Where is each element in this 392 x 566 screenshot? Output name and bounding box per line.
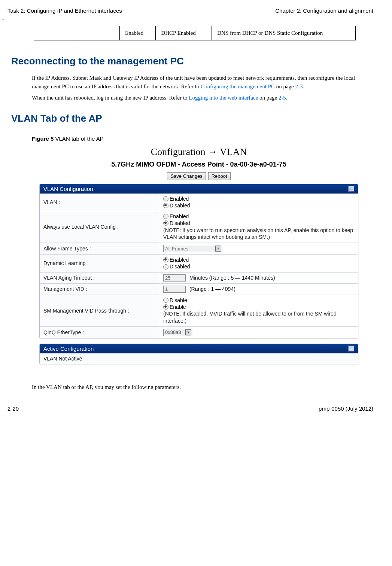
dropdown-qinq-ethertype[interactable]: 0x88a8▼ bbox=[163, 329, 193, 336]
paragraph: If the IP Address, Subnet Mask and Gatew… bbox=[32, 74, 366, 91]
radio-icon bbox=[163, 257, 168, 262]
radio-label: Enabled bbox=[170, 195, 189, 202]
table-cell-dns: DNS from DHCP or DNS Static Configuratio… bbox=[212, 26, 356, 40]
radio-label: Disable bbox=[170, 297, 187, 304]
chevron-down-icon: ▼ bbox=[215, 246, 221, 252]
panel-header: VLAN Configuration — bbox=[40, 184, 358, 194]
section-heading-reconnect: Reconnecting to the management PC bbox=[11, 55, 366, 67]
row-management-vid: Management VID : 1 (Range : 1 — 4094) bbox=[40, 283, 358, 295]
vlan-config-panel: VLAN Configuration — VLAN : Enabled Disa… bbox=[39, 184, 358, 338]
header-right: Chapter 2: Configuration and alignment bbox=[275, 7, 373, 14]
value-dynamic-learning: Enabled Disabled bbox=[159, 255, 358, 272]
closing-paragraph: In the VLAN tab of the AP, you may set t… bbox=[32, 383, 366, 392]
dropdown-allow-frame-types[interactable]: All Frames▼ bbox=[163, 245, 223, 252]
radio-smvid-enable[interactable]: Enable bbox=[163, 304, 354, 310]
radio-smvid-disable[interactable]: Disable bbox=[163, 297, 354, 304]
radio-dyn-enabled[interactable]: Enabled bbox=[163, 256, 354, 263]
panel-title: Active Configuration bbox=[43, 346, 94, 352]
label-allow-frame-types: Allow Frame Types : bbox=[40, 243, 159, 255]
label-sm-mvid-passthrough: SM Management VID Pass-through : bbox=[40, 295, 159, 326]
input-management-vid[interactable]: 1 bbox=[163, 286, 186, 293]
section-heading-vlan: VLAN Tab of the AP bbox=[11, 113, 366, 124]
link-page-2-5[interactable]: 2-5 bbox=[279, 95, 286, 101]
text-run: When the unit has rebooted, log in using… bbox=[32, 95, 189, 101]
radio-vlan-disabled[interactable]: Disabled bbox=[163, 202, 354, 209]
paragraph: When the unit has rebooted, log in using… bbox=[32, 94, 366, 102]
radio-label: Enabled bbox=[170, 256, 189, 263]
row-always-local-cfg: Always use Local VLAN Config : Enabled D… bbox=[40, 211, 358, 243]
row-dynamic-learning: Dynamic Learning : Enabled Disabled bbox=[40, 255, 358, 272]
radio-label: Enable bbox=[170, 304, 186, 310]
row-vlan: VLAN : Enabled Disabled bbox=[40, 194, 358, 211]
collapse-icon[interactable]: — bbox=[348, 186, 354, 192]
link-login-web[interactable]: Logging into the web interface bbox=[189, 95, 258, 101]
radio-label: Disabled bbox=[170, 202, 190, 209]
page-footer: 2-20 pmp-0050 (July 2012) bbox=[0, 405, 381, 412]
config-table: VLAN : Enabled Disabled Always use Local… bbox=[40, 194, 358, 338]
active-config-text: VLAN Not Active bbox=[40, 353, 358, 364]
ui-device-subtitle: 5.7GHz MIMO OFDM - Access Point - 0a-00-… bbox=[32, 161, 366, 168]
radio-vlan-enabled[interactable]: Enabled bbox=[163, 195, 354, 202]
value-aging-timeout: 25 Minutes (Range : 5 — 1440 Minutes) bbox=[159, 272, 358, 283]
value-management-vid: 1 (Range : 1 — 4094) bbox=[159, 283, 358, 295]
radio-label: Disabled bbox=[170, 220, 190, 226]
value-vlan: Enabled Disabled bbox=[159, 194, 358, 211]
row-aging-timeout: VLAN Aging Timeout : 25 Minutes (Range :… bbox=[40, 272, 358, 283]
figure-label: Figure 5 bbox=[32, 136, 54, 142]
dropdown-value: All Frames bbox=[165, 246, 188, 252]
table-cell-enabled: Enabled bbox=[120, 26, 156, 40]
radio-alwcfg-disabled[interactable]: Disabled bbox=[163, 220, 354, 226]
header-left: Task 2: Configuring IP and Ethernet inte… bbox=[7, 7, 122, 14]
text-run: on page bbox=[275, 83, 295, 89]
text-run: . bbox=[286, 95, 288, 101]
footer-rule bbox=[4, 403, 377, 403]
dhcp-dns-table: Enabled DHCP Enabled DNS from DHCP or DN… bbox=[34, 26, 356, 40]
input-aging-timeout[interactable]: 25 bbox=[163, 274, 186, 282]
label-management-vid: Management VID : bbox=[40, 283, 159, 295]
radio-icon bbox=[163, 214, 168, 219]
radio-icon bbox=[163, 298, 168, 303]
panel-title: VLAN Configuration bbox=[43, 186, 93, 192]
note-smvid: (NOTE: If disabled, MVID traffic will no… bbox=[163, 310, 354, 325]
suffix-aging: Minutes (Range : 5 — 1440 Minutes) bbox=[189, 275, 275, 281]
figure-caption-text: VLAN tab of the AP bbox=[54, 136, 103, 142]
figure-caption: Figure 5 VLAN tab of the AP bbox=[32, 136, 366, 142]
row-allow-frame-types: Allow Frame Types : All Frames▼ bbox=[40, 243, 358, 255]
vlan-config-ui: Configuration → VLAN 5.7GHz MIMO OFDM - … bbox=[32, 146, 366, 364]
row-sm-mvid-passthrough: SM Management VID Pass-through : Disable… bbox=[40, 295, 358, 326]
table-cell-empty bbox=[34, 26, 120, 40]
value-qinq-ethertype: 0x88a8▼ bbox=[159, 326, 358, 338]
value-always-local-cfg: Enabled Disabled (NOTE: If you want to r… bbox=[159, 211, 358, 243]
radio-icon bbox=[163, 196, 168, 201]
radio-dyn-disabled[interactable]: Disabled bbox=[163, 263, 354, 270]
row-qinq-ethertype: QinQ EtherType : 0x88a8▼ bbox=[40, 326, 358, 338]
radio-alwcfg-enabled[interactable]: Enabled bbox=[163, 213, 354, 220]
radio-icon bbox=[163, 203, 168, 208]
save-changes-button[interactable]: Save Changes bbox=[167, 172, 206, 180]
radio-icon bbox=[163, 264, 168, 270]
text-run: . bbox=[303, 83, 304, 89]
active-config-panel: Active Configuration — VLAN Not Active bbox=[39, 344, 358, 364]
label-always-local-cfg: Always use Local VLAN Config : bbox=[40, 211, 159, 243]
radio-label: Disabled bbox=[170, 263, 190, 270]
link-config-pc[interactable]: Configuring the management PC bbox=[201, 83, 275, 89]
label-dynamic-learning: Dynamic Learning : bbox=[40, 255, 159, 272]
value-allow-frame-types: All Frames▼ bbox=[159, 243, 358, 255]
link-page-2-3[interactable]: 2-3 bbox=[295, 83, 303, 89]
dropdown-value: 0x88a8 bbox=[165, 329, 181, 335]
dash-mark: - bbox=[0, 16, 381, 22]
reboot-button[interactable]: Reboot bbox=[208, 172, 231, 180]
label-vlan: VLAN : bbox=[40, 194, 159, 211]
value-sm-mvid-passthrough: Disable Enable (NOTE: If disabled, MVID … bbox=[159, 295, 358, 326]
chevron-down-icon: ▼ bbox=[185, 329, 191, 335]
collapse-icon[interactable]: — bbox=[348, 346, 354, 352]
label-qinq-ethertype: QinQ EtherType : bbox=[40, 326, 159, 338]
footer-doc-id: pmp-0050 (July 2012) bbox=[319, 405, 373, 412]
text-run: on page bbox=[258, 95, 279, 101]
suffix-mvid: (Range : 1 — 4094) bbox=[189, 286, 235, 292]
radio-label: Enabled bbox=[170, 213, 189, 220]
table-row: Enabled DHCP Enabled DNS from DHCP or DN… bbox=[34, 26, 356, 40]
panel-header: Active Configuration — bbox=[40, 344, 358, 353]
ui-page-title: Configuration → VLAN bbox=[32, 146, 366, 158]
radio-icon bbox=[163, 304, 168, 310]
